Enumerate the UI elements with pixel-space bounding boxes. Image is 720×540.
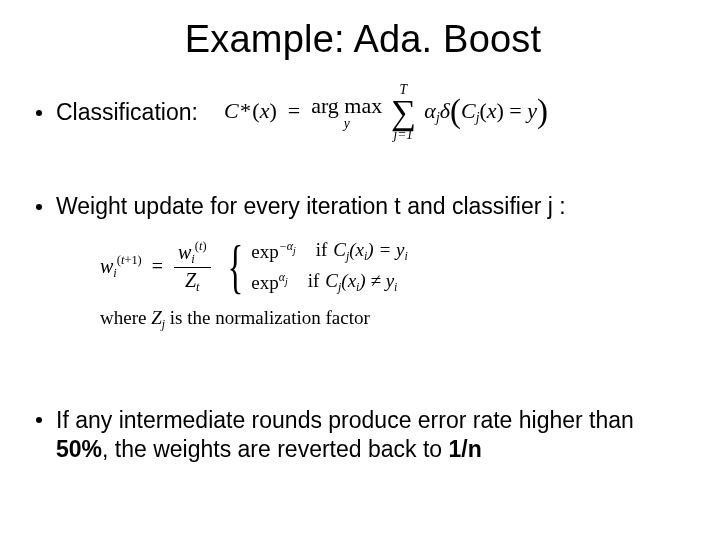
bullet-dot-icon [36, 417, 42, 423]
bullet-error-rule-text: If any intermediate rounds produce error… [56, 406, 690, 464]
case-notequal: expαj ifCj(xi) ≠ yi [251, 270, 407, 295]
formula-classification: C * (x) = arg max y T ∑ j=1 αjδ(Cj(x) = … [224, 83, 548, 142]
bullet-weight-update: Weight update for every iteration t and … [36, 192, 690, 221]
slide-title: Example: Ada. Boost [36, 18, 690, 61]
fraction: wi(t) Zt [174, 239, 211, 295]
sigma-icon: T ∑ j=1 [391, 83, 416, 142]
case-equal: exp−αj ifCj(xi) = yi [251, 239, 407, 264]
where-clause: where Zj is the normalization factor [100, 307, 690, 332]
slide: Example: Ada. Boost Classification: C * … [0, 0, 720, 540]
formula-weight-update: wi(t+1) = wi(t) Zt { exp−αj ifCj(xi) = y… [100, 239, 690, 332]
left-brace-icon: { [227, 244, 243, 289]
bullet-classification-label: Classification: [56, 98, 198, 127]
bullet-dot-icon [36, 110, 42, 116]
bullet-error-rule: If any intermediate rounds produce error… [36, 406, 690, 464]
bullet-dot-icon [36, 204, 42, 210]
bullet-weight-update-label: Weight update for every iteration t and … [56, 192, 566, 221]
bullet-classification: Classification: C * (x) = arg max y T ∑ … [36, 83, 690, 142]
